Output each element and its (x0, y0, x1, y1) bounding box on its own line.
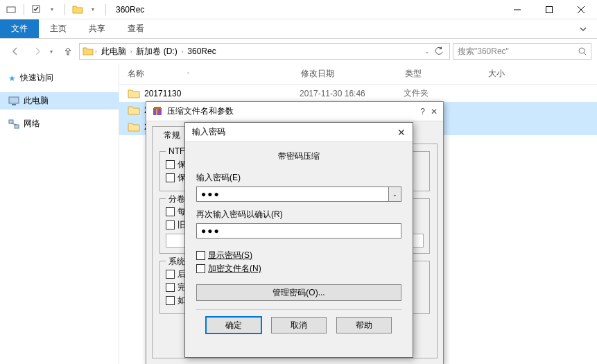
close-button[interactable] (565, 0, 597, 19)
dialog-help-button[interactable]: ? (420, 107, 425, 116)
star-icon: ★ (8, 73, 16, 83)
sidebar-item-network[interactable]: 网络 (0, 115, 119, 132)
svg-line-7 (584, 53, 586, 55)
checkbox[interactable] (166, 283, 175, 292)
file-row[interactable]: 20171130 2017-11-30 16:46 文件夹 (119, 85, 597, 102)
nav-back-button[interactable] (6, 43, 25, 60)
breadcrumb-folder[interactable]: 360Rec (184, 46, 218, 56)
svg-line-12 (11, 123, 17, 125)
nav-history-dropdown[interactable]: ▾ (50, 49, 53, 55)
ribbon-tab-share[interactable]: 共享 (78, 19, 116, 38)
ribbon-tab-view[interactable]: 查看 (116, 19, 155, 38)
file-date: 2017-11-30 16:46 (300, 89, 404, 98)
window-title: 360Rec (116, 5, 144, 15)
sidebar-label: 此电脑 (24, 95, 49, 107)
ok-button[interactable]: 确定 (206, 317, 261, 333)
svg-rect-15 (154, 107, 161, 109)
checkbox[interactable] (166, 296, 175, 305)
sidebar-label: 网络 (24, 118, 40, 130)
pc-icon (8, 96, 19, 106)
col-size[interactable]: 大小 (488, 68, 544, 80)
cancel-button[interactable]: 取消 (271, 317, 327, 333)
qat-dropdown-icon[interactable]: ▾ (46, 4, 58, 15)
ribbon-tab-home[interactable]: 主页 (39, 19, 78, 38)
svg-rect-11 (15, 125, 19, 128)
confirm-password-label: 再次输入密码以确认(R) (196, 209, 401, 220)
dialog-title-bar[interactable]: 压缩文件名和参数 ? ✕ (146, 102, 443, 121)
breadcrumb-caret[interactable]: › (182, 49, 184, 55)
show-password-label: 显示密码(S) (208, 250, 252, 261)
address-bar[interactable]: › 此电脑 › 新加卷 (D:) › 360Rec ⌄ (79, 43, 450, 60)
password-dialog: 输入密码 ✕ 带密码压缩 输入密码(E) ●●● ⌄ 再次输入密码以确认(R) … (184, 122, 413, 358)
breadcrumb-caret[interactable]: › (95, 49, 97, 55)
dialog-title: 压缩文件名和参数 (167, 105, 420, 117)
search-placeholder: 搜索"360Rec" (458, 46, 509, 58)
svg-point-6 (579, 48, 585, 53)
encrypt-filenames-label: 加密文件名(N) (208, 263, 261, 275)
breadcrumb-caret[interactable]: › (130, 49, 132, 55)
col-date[interactable]: 修改日期 (301, 68, 405, 80)
checkbox[interactable] (166, 270, 175, 279)
svg-rect-3 (546, 6, 553, 12)
sidebar: ★ 快速访问 此电脑 网络 (0, 64, 119, 364)
checkbox[interactable] (166, 207, 175, 216)
network-icon (8, 119, 19, 129)
folder-icon (72, 4, 83, 15)
address-bar-row: ▾ › 此电脑 › 新加卷 (D:) › 360Rec ⌄ 搜索"360Rec" (0, 39, 597, 64)
search-icon (578, 47, 587, 55)
dialog-close-button[interactable]: ✕ (431, 107, 438, 116)
dialog-title-bar[interactable]: 输入密码 ✕ (185, 123, 413, 142)
address-dropdown-icon[interactable]: ⌄ (424, 48, 430, 55)
breadcrumb-root[interactable]: 此电脑 (98, 46, 129, 58)
sidebar-item-quick-access[interactable]: ★ 快速访问 (0, 69, 119, 87)
search-input[interactable]: 搜索"360Rec" (453, 43, 591, 60)
svg-rect-0 (7, 7, 15, 12)
checkbox[interactable] (166, 160, 175, 169)
divider (24, 4, 24, 15)
control-box-icon[interactable] (6, 4, 17, 15)
password-dropdown-button[interactable]: ⌄ (388, 187, 401, 202)
dialog-heading: 带密码压缩 (196, 150, 401, 162)
qat-dropdown-icon[interactable]: ▾ (87, 4, 98, 15)
column-headers[interactable]: 名称⌃ 修改日期 类型 大小 (119, 64, 597, 85)
checkbox[interactable] (166, 173, 175, 182)
password-input[interactable]: ●●● (196, 187, 388, 202)
svg-rect-14 (156, 108, 157, 115)
organize-passwords-button[interactable]: 管理密码(O)... (196, 284, 401, 301)
dialog-title: 输入密码 (192, 126, 397, 138)
folder-icon (128, 105, 144, 116)
divider (64, 4, 65, 15)
sidebar-label: 快速访问 (20, 72, 53, 84)
password-label: 输入密码(E) (196, 172, 401, 184)
help-button[interactable]: 帮助 (336, 317, 392, 333)
svg-rect-8 (9, 97, 19, 103)
col-name[interactable]: 名称 (128, 69, 144, 78)
folder-icon (128, 121, 144, 132)
nav-forward-button[interactable] (28, 43, 47, 60)
folder-icon (128, 88, 144, 99)
breadcrumb-drive[interactable]: 新加卷 (D:) (133, 46, 180, 58)
minimize-button[interactable] (501, 0, 533, 19)
ribbon-tab-file[interactable]: 文件 (0, 19, 39, 38)
checkbox[interactable] (166, 220, 175, 229)
ribbon: 文件 主页 共享 查看 (0, 19, 597, 39)
sidebar-item-this-pc[interactable]: 此电脑 (0, 92, 119, 110)
refresh-icon[interactable] (434, 46, 444, 56)
ribbon-expand-icon[interactable] (569, 19, 597, 38)
checkbox-icon[interactable] (31, 4, 42, 15)
file-type: 文件夹 (404, 87, 487, 99)
folder-icon (83, 46, 94, 57)
dialog-close-button[interactable]: ✕ (397, 127, 406, 138)
col-type[interactable]: 类型 (405, 68, 488, 80)
divider (105, 4, 106, 15)
winrar-icon (152, 106, 167, 117)
svg-rect-10 (9, 120, 13, 123)
window-title-bar: ▾ ▾ 360Rec (0, 0, 597, 19)
maximize-button[interactable] (533, 0, 565, 19)
file-name: 20171130 (144, 89, 300, 98)
svg-rect-9 (12, 104, 16, 105)
show-password-checkbox[interactable] (196, 251, 205, 260)
confirm-password-input[interactable]: ●●● (196, 223, 401, 239)
nav-up-button[interactable] (60, 43, 76, 60)
encrypt-filenames-checkbox[interactable] (196, 264, 205, 273)
